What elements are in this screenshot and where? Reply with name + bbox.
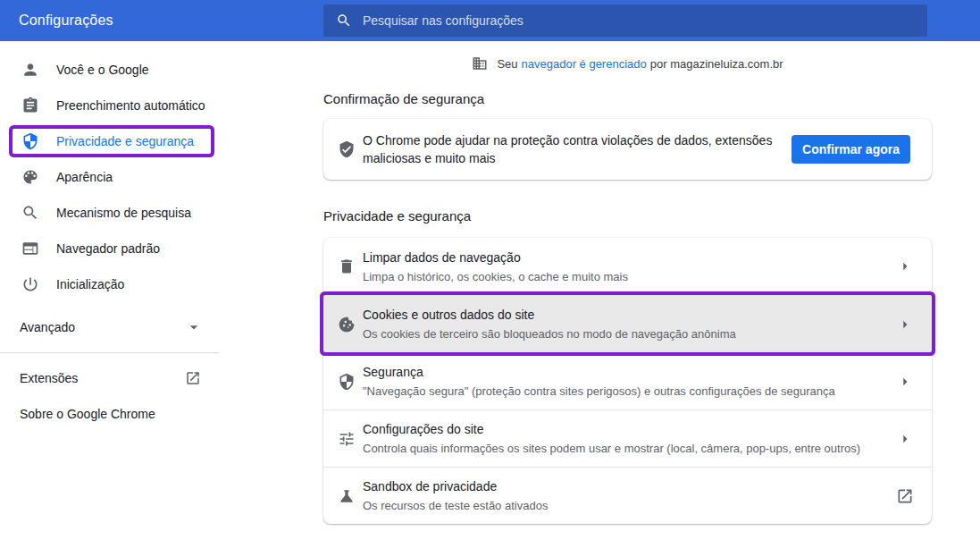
sidebar-divider [0, 352, 219, 353]
sidebar-item-autofill[interactable]: Preenchimento automático [0, 88, 323, 123]
advanced-label: Avançado [20, 320, 75, 334]
sidebar-item-label: Privacidade e segurança [56, 134, 194, 148]
shield-check-icon [338, 140, 356, 158]
palette-icon [21, 168, 39, 186]
safety-check-message: O Chrome pode ajudar na proteção contra … [363, 131, 783, 167]
shield-icon [338, 373, 356, 391]
row-clear-browsing-data[interactable]: Limpar dados de navegação Limpa o histór… [323, 238, 932, 295]
managed-notice-suffix: por magazineluiza.com.br [650, 57, 783, 71]
managed-browser-notice: Seu navegador é gerenciado por magazinel… [323, 55, 932, 72]
sidebar-item-default-browser[interactable]: Navegador padrão [0, 231, 323, 266]
sidebar-item-label: Inicialização [56, 277, 124, 291]
check-now-button[interactable]: Confirmar agora [792, 135, 910, 164]
row-title: Limpar dados de navegação [363, 249, 628, 266]
tune-sliders-icon [338, 430, 356, 448]
search-input[interactable] [363, 13, 863, 28]
managed-notice-prefix: Seu [497, 57, 517, 71]
managed-browser-link[interactable]: navegador é gerenciado [522, 57, 647, 71]
open-in-new-icon [896, 487, 914, 505]
trash-icon [338, 257, 356, 275]
row-subtitle: "Navegação segura" (proteção contra site… [363, 384, 835, 400]
settings-search-box[interactable] [323, 4, 927, 37]
row-title: Cookies e outros dados do site [363, 306, 736, 324]
about-label: Sobre o Google Chrome [20, 407, 155, 421]
sidebar-item-advanced[interactable]: Avançado [0, 309, 219, 345]
row-title: Sandbox de privacidade [363, 477, 548, 495]
row-subtitle: Os recursos de teste estão ativados [363, 498, 548, 514]
person-icon [21, 61, 39, 79]
search-icon [21, 204, 39, 222]
sidebar-item-extensions[interactable]: Extensões [0, 360, 219, 396]
row-title: Segurança [363, 363, 835, 381]
building-icon [472, 55, 493, 72]
row-security[interactable]: Segurança "Navegação segura" (proteção c… [323, 352, 932, 409]
row-site-settings[interactable]: Configurações do site Controla quais inf… [323, 409, 932, 467]
sidebar-item-you-and-google[interactable]: Você e o Google [0, 52, 323, 88]
chevron-right-icon [896, 257, 914, 275]
safety-check-heading: Confirmação de segurança [323, 91, 932, 106]
chevron-right-icon [896, 316, 914, 333]
open-in-new-icon [185, 370, 201, 386]
chevron-right-icon [896, 373, 914, 391]
sidebar-item-privacy-security[interactable]: Privacidade e segurança [13, 129, 211, 154]
row-subtitle: Limpa o histórico, os cookies, o cache e… [363, 269, 628, 285]
sidebar-item-appearance[interactable]: Aparência [0, 159, 323, 195]
clipboard-icon [21, 97, 39, 114]
sidebar: Você e o Google Preenchimento automático… [0, 41, 323, 432]
sidebar-item-search-engine[interactable]: Mecanismo de pesquisa [0, 195, 323, 231]
browser-window-icon [21, 240, 39, 257]
row-subtitle: Os cookies de terceiro são bloqueados no… [363, 326, 736, 342]
sidebar-item-label: Navegador padrão [56, 241, 160, 256]
page-title: Configurações [19, 13, 113, 29]
chevron-right-icon [896, 430, 914, 448]
row-cookies-site-data[interactable]: Cookies e outros dados do site Os cookie… [323, 295, 932, 352]
extensions-label: Extensões [20, 371, 78, 385]
sidebar-item-label: Aparência [56, 170, 113, 184]
sidebar-item-label: Preenchimento automático [56, 98, 205, 113]
privacy-section-heading: Privacidade e segurança [323, 208, 932, 224]
shield-icon [21, 132, 39, 150]
search-icon [323, 13, 363, 29]
sidebar-item-label: Você e o Google [56, 63, 149, 77]
main-content: Seu navegador é gerenciado por magazinel… [323, 41, 932, 524]
sidebar-item-about-chrome[interactable]: Sobre o Google Chrome [0, 396, 219, 432]
sidebar-item-label: Mecanismo de pesquisa [56, 206, 191, 220]
cookie-icon [338, 316, 356, 333]
chrome-settings-page: Configurações Você e o Google Preenchime… [0, 0, 980, 540]
privacy-settings-card: Limpar dados de navegação Limpa o histór… [323, 238, 932, 524]
row-subtitle: Controla quais informações os sites pode… [363, 441, 860, 457]
power-icon [21, 275, 39, 293]
sidebar-item-on-startup[interactable]: Inicialização [0, 266, 323, 302]
chevron-down-icon [185, 318, 203, 336]
safety-check-card: O Chrome pode ajudar na proteção contra … [323, 119, 932, 180]
flask-icon [338, 487, 356, 505]
row-privacy-sandbox[interactable]: Sandbox de privacidade Os recursos de te… [323, 467, 932, 524]
row-title: Configurações do site [363, 420, 860, 438]
